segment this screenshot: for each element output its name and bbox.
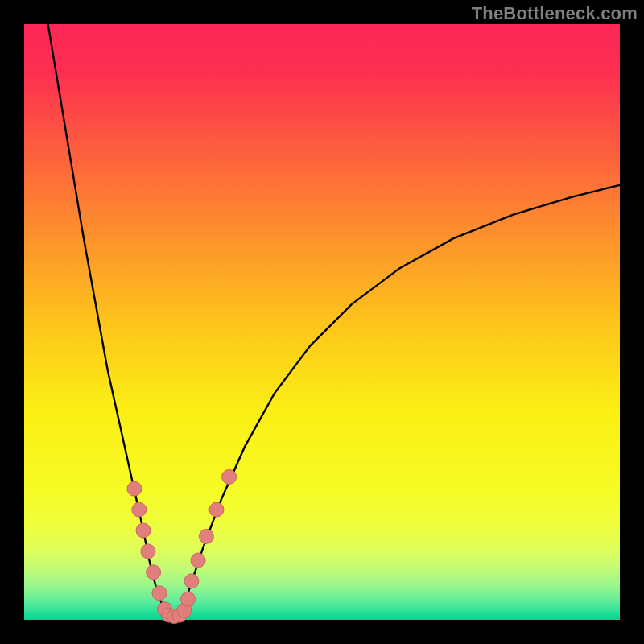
data-marker — [152, 586, 167, 601]
outer-frame: TheBottleneck.com — [0, 0, 644, 644]
data-marker — [184, 574, 199, 588]
data-marker — [127, 481, 142, 496]
data-marker — [191, 553, 205, 568]
data-marker — [136, 523, 151, 538]
plot-area — [24, 24, 620, 620]
watermark-text: TheBottleneck.com — [472, 3, 638, 24]
data-marker — [147, 565, 161, 580]
data-marker — [209, 502, 224, 517]
curve-right-curve — [180, 185, 620, 614]
chart-svg — [24, 24, 620, 620]
data-marker — [181, 592, 196, 606]
data-marker — [199, 529, 213, 543]
data-marker — [222, 469, 237, 484]
data-marker — [132, 502, 147, 517]
data-marker — [141, 544, 155, 559]
